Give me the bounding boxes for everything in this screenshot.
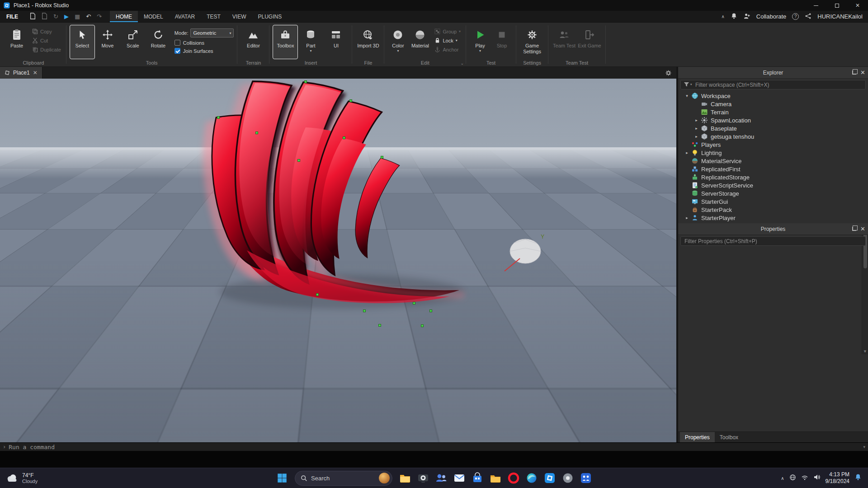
game-settings-button[interactable]: Game Settings — [519, 25, 545, 59]
move-tool-button[interactable]: Move — [95, 25, 120, 59]
duplicate-button[interactable]: Duplicate — [30, 46, 63, 53]
scale-tool-button[interactable]: Scale — [120, 25, 146, 59]
sync-icon[interactable]: ↻ — [53, 14, 58, 19]
chevron-right-icon[interactable]: ▸ — [692, 126, 701, 131]
place1-tab[interactable]: Place1 ✕ — [0, 67, 42, 79]
tab-test[interactable]: TEST — [201, 11, 226, 22]
collaborate-label[interactable]: Collaborate — [756, 13, 787, 20]
tab-avatar[interactable]: AVATAR — [169, 11, 201, 22]
tree-item-workspace[interactable]: ▾Workspace — [678, 92, 868, 100]
chevron-down-icon[interactable]: ▾ — [683, 94, 691, 98]
explorer-filter-input[interactable] — [680, 80, 866, 89]
anchor-button[interactable]: Anchor — [433, 46, 462, 53]
paste-button[interactable]: Paste — [4, 25, 29, 59]
selection-handle[interactable] — [316, 293, 319, 296]
close-button[interactable]: ✕ — [847, 0, 868, 11]
group-button[interactable]: Group▾ — [433, 28, 462, 35]
team-test-button[interactable]: Team Test — [552, 25, 577, 59]
tab-view[interactable]: VIEW — [226, 11, 252, 22]
new-file-icon[interactable] — [30, 13, 36, 20]
close-panel-icon[interactable]: ✕ — [860, 70, 865, 75]
taskbar-app-app-gray[interactable] — [559, 469, 577, 487]
tab-model[interactable]: MODEL — [138, 11, 169, 22]
viewport[interactable]: Y — [0, 79, 676, 442]
chevron-right-icon[interactable]: ▸ — [692, 134, 701, 139]
play-quick-icon[interactable]: ▶ — [64, 14, 69, 19]
tree-item-getsuga-tenshou[interactable]: ▸getsuga tenshou — [678, 132, 868, 141]
file-menu-button[interactable]: FILE — [0, 11, 24, 22]
chevron-right-icon[interactable]: ▸ — [683, 216, 691, 220]
close-panel-icon[interactable]: ✕ — [860, 226, 865, 232]
taskbar-app-edge[interactable] — [523, 469, 541, 487]
part-button[interactable]: Part ▾ — [298, 25, 323, 59]
tree-item-terrain[interactable]: Terrain — [678, 108, 868, 116]
import-3d-button[interactable]: Import 3D — [355, 25, 381, 59]
redo-icon[interactable]: ↷ — [97, 14, 102, 19]
collapse-ribbon-icon[interactable]: ∧ — [721, 14, 724, 19]
taskbar-app-camera[interactable] — [414, 469, 432, 487]
taskbar-app-microsoft-store[interactable] — [468, 469, 486, 487]
collisions-checkbox-row[interactable]: Collisions — [175, 40, 234, 46]
ui-button[interactable]: UI — [323, 25, 349, 59]
select-tool-button[interactable]: Select — [70, 25, 95, 59]
volume-icon[interactable] — [813, 474, 821, 482]
join-surfaces-checkbox[interactable] — [175, 48, 180, 54]
properties-filter-input[interactable] — [680, 236, 866, 246]
command-input[interactable] — [9, 444, 863, 450]
chevron-down-icon[interactable]: ▾ — [863, 445, 868, 449]
chevron-right-icon[interactable]: ▸ — [683, 150, 691, 155]
tree-item-replicatedstorage[interactable]: ReplicatedStorage — [678, 173, 868, 181]
weather-widget[interactable]: 74°F Cloudy — [0, 472, 38, 484]
taskbar-app-opera[interactable] — [505, 469, 523, 487]
tree-item-startergui[interactable]: StarterGui — [678, 197, 868, 206]
tree-item-serverstorage[interactable]: ServerStorage — [678, 189, 868, 197]
panel-tab-toolbox[interactable]: Toolbox — [715, 432, 743, 442]
selection-handle[interactable] — [381, 156, 383, 159]
share-icon[interactable] — [805, 13, 811, 21]
selection-handle[interactable] — [421, 324, 424, 327]
lock-button[interactable]: Lock▾ — [433, 37, 462, 44]
mode-dropdown[interactable]: Geometric▾ — [190, 28, 234, 38]
exit-game-button[interactable]: Exit Game — [577, 25, 602, 59]
selection-handle[interactable] — [429, 310, 432, 312]
material-button[interactable]: Material — [408, 25, 432, 59]
collaborate-user-icon[interactable] — [743, 13, 750, 21]
tab-plugins[interactable]: PLUGINS — [252, 11, 288, 22]
float-panel-icon[interactable] — [852, 227, 856, 231]
tree-item-serverscriptservice[interactable]: ServerScriptService — [678, 181, 868, 189]
maximize-button[interactable] — [826, 0, 847, 11]
tab-home[interactable]: HOME — [110, 11, 138, 22]
copy-button[interactable]: Copy — [30, 28, 63, 35]
tray-overflow-icon[interactable]: ∧ — [781, 476, 784, 481]
taskbar-app-roblox-studio[interactable] — [541, 469, 559, 487]
taskbar-clock[interactable]: 4:13 PM 9/18/2024 — [826, 471, 849, 485]
tree-item-starterpack[interactable]: StarterPack — [678, 206, 868, 214]
join-surfaces-checkbox-row[interactable]: Join Surfaces — [175, 48, 234, 54]
viewport-settings-gear-icon[interactable] — [665, 70, 672, 76]
toolbox-button[interactable]: Toolbox — [273, 25, 298, 59]
taskbar-app-folder[interactable] — [486, 469, 505, 487]
network-globe-icon[interactable] — [789, 474, 796, 483]
selection-handle[interactable] — [413, 302, 415, 305]
selection-handle[interactable] — [349, 99, 352, 102]
notification-bell-icon[interactable] — [854, 474, 862, 483]
selection-handle[interactable] — [378, 324, 381, 327]
username-label[interactable]: HURICANEKailol — [817, 13, 863, 20]
terrain-editor-button[interactable]: Editor — [241, 25, 266, 59]
tree-item-lighting[interactable]: ▸Lighting — [678, 149, 868, 157]
rotate-tool-button[interactable]: Rotate — [146, 25, 171, 59]
panel-tab-properties[interactable]: Properties — [680, 432, 715, 442]
tree-item-camera[interactable]: Camera — [678, 100, 868, 108]
stop-quick-icon[interactable]: ■ — [75, 14, 80, 19]
play-button[interactable]: Play ▾ — [469, 25, 491, 59]
stop-button[interactable]: Stop — [491, 25, 513, 59]
taskbar-app-mail[interactable] — [450, 469, 468, 487]
taskbar-app-roblox-people[interactable] — [577, 469, 595, 487]
selection-handle[interactable] — [297, 159, 300, 162]
selection-handle[interactable] — [363, 310, 366, 312]
taskbar-app-file-explorer[interactable] — [396, 469, 414, 487]
chevron-right-icon[interactable]: ▸ — [692, 118, 701, 122]
save-file-icon[interactable] — [42, 13, 47, 20]
tree-item-players[interactable]: Players — [678, 141, 868, 149]
collisions-checkbox[interactable] — [175, 40, 180, 46]
